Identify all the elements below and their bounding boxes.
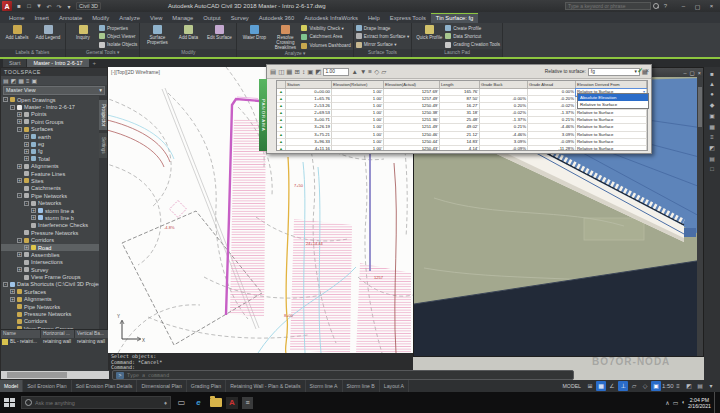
panorama-side-tab[interactable]: PANORAMA	[259, 79, 267, 151]
layout-tab[interactable]: Soil Erosion Plan Details	[72, 380, 138, 392]
taskbar-search-input[interactable]	[35, 400, 161, 406]
elevation-derived-from-cell[interactable]: Relative to Surface	[576, 110, 647, 117]
tree-item[interactable]: + Alignments	[1, 163, 99, 170]
tree-expander[interactable]: +	[17, 119, 22, 124]
ribbon-button[interactable]: Add Legend	[33, 24, 63, 49]
tree-item[interactable]: Catchments	[1, 185, 99, 192]
tree-expander[interactable]: +	[17, 267, 22, 272]
tree-item[interactable]: - Master - Intro 2-6-17	[1, 103, 99, 110]
ribbon-tab[interactable]: Survey	[226, 14, 254, 23]
tree-item[interactable]: + Surfaces	[1, 288, 99, 295]
ribbon-tab[interactable]: Express Tools	[385, 14, 431, 23]
workspace-selector[interactable]: Civil 3D	[76, 2, 101, 10]
ribbon-button[interactable]: Water Drop	[239, 24, 269, 50]
table-column-header[interactable]: Length	[440, 81, 480, 89]
elevation-derived-from-cell[interactable]: Relative to Surface	[576, 139, 647, 146]
qat-icon[interactable]: ↶	[45, 3, 53, 10]
dock-toolbar-icon[interactable]: □	[710, 166, 714, 172]
taskbar-clock[interactable]: 2:04 PM 2/16/2021	[688, 397, 711, 409]
table-row[interactable]: ▲ 2+69.53 1.00' 1250.38' 31.18' -0.02% -…	[277, 110, 647, 117]
qat-icon[interactable]: ▼	[35, 3, 43, 9]
panorama-tool-icon[interactable]: ▣	[307, 68, 313, 76]
tree-expander[interactable]: -	[10, 105, 15, 110]
tree-expander[interactable]: -	[3, 97, 8, 102]
tree-item[interactable]: + storm line b	[1, 214, 99, 221]
tree-expander[interactable]	[17, 171, 22, 176]
task-view-icon[interactable]: ▭	[175, 396, 188, 409]
qat-icon[interactable]: ▾	[65, 3, 73, 10]
status-toggle-icon[interactable]: ≡	[673, 381, 683, 391]
tree-item[interactable]: + fg	[1, 148, 99, 155]
table-row[interactable]: ▲ 3+75.21 1.00' 1250.46' 21.12' -4.46% 3…	[277, 132, 647, 139]
tree-item[interactable]: + Survey	[1, 266, 99, 273]
panorama-tool-icon[interactable]: ▲	[351, 68, 357, 76]
status-toggle-icon[interactable]: ▤	[695, 381, 705, 391]
tree-expander[interactable]: +	[10, 297, 15, 302]
status-toggle-icon[interactable]: ⊥	[618, 381, 628, 391]
status-toggle-icon[interactable]: ∠	[607, 381, 617, 391]
ribbon-button[interactable]: Surface Properties	[142, 24, 172, 49]
dropdown-option[interactable]: Absolute Elevation	[578, 94, 648, 101]
ribbon-button[interactable]: Catchment Area	[301, 33, 350, 41]
tree-item[interactable]: - Data Shortcuts (C:\Civil 3D Project...	[1, 281, 99, 288]
tree-expander[interactable]: +	[24, 142, 29, 147]
tree-expander[interactable]: +	[24, 156, 29, 161]
panorama-tool-icon[interactable]: ▤	[270, 68, 276, 76]
elevation-derived-from-cell[interactable]: Relative to Surface	[576, 146, 647, 151]
ribbon-tab[interactable]: Tin Surface: fg	[431, 13, 478, 23]
table-row[interactable]: ▲ 3+96.33 1.00' 1250.44' 14.83' 3.09% -0…	[277, 139, 647, 146]
dock-toolbar-icon[interactable]: ▲	[709, 81, 715, 87]
ribbon-button[interactable]: Edit Surface	[204, 24, 234, 49]
status-toggle-icon[interactable]: ▱	[629, 381, 639, 391]
ribbon-button[interactable]: Visibility Check ▾	[301, 24, 350, 32]
new-drawing-tab-button[interactable]: +	[90, 59, 100, 67]
tree-expander[interactable]: -	[17, 238, 22, 243]
dock-toolbar-icon[interactable]: ▤	[709, 155, 715, 162]
ribbon-button[interactable]: Mirror Surface ▾	[356, 41, 409, 49]
ribbon-tab[interactable]: Autodesk InfraWorks	[299, 14, 363, 23]
status-toggle-icon[interactable]: 1:50	[662, 381, 672, 391]
file-tab[interactable]: Start	[3, 59, 26, 67]
elevation-derived-from-cell[interactable]: Relative to Surface	[576, 132, 647, 139]
tree-expander[interactable]: +	[17, 112, 22, 117]
ribbon-button[interactable]: Grading Creation Tools	[445, 41, 500, 49]
cortana-search[interactable]: ♦	[21, 396, 171, 409]
layout-tab[interactable]: Retaining Wall - Plan & Details	[226, 380, 305, 392]
tray-icon[interactable]: ▭	[673, 399, 679, 406]
status-toggle-icon[interactable]: ◩	[684, 381, 694, 391]
tree-expander[interactable]	[24, 223, 29, 228]
tree-expander[interactable]	[17, 186, 22, 191]
layout-tab[interactable]: Soil Erosion Plan	[23, 380, 72, 392]
dock-toolbar-icon[interactable]: ◩	[709, 144, 715, 151]
ribbon-button[interactable]: Extract from Surface ▾	[356, 32, 409, 40]
dock-toolbar-icon[interactable]: ■	[710, 71, 714, 77]
tree-item[interactable]: - Pipe Networks	[1, 192, 99, 199]
calculator-icon[interactable]: ≡	[242, 397, 253, 409]
ribbon-button[interactable]: Quick Profile	[414, 24, 444, 49]
tree-expander[interactable]: +	[31, 215, 36, 220]
scrollbar-thumb[interactable]	[7, 372, 67, 378]
toolspace-view-selector[interactable]: Master View ▾	[3, 86, 105, 95]
tree-item[interactable]: Pressure Networks	[1, 229, 99, 236]
tree-expander[interactable]: +	[24, 134, 29, 139]
ribbon-tab[interactable]: Analyze	[114, 14, 145, 23]
tree-expander[interactable]: +	[17, 178, 22, 183]
elevation-derived-from-cell[interactable]: Relative to Surface	[576, 124, 647, 131]
elevation-derived-from-cell[interactable]: Relative to Surface	[576, 117, 647, 124]
edge-browser-icon[interactable]: e	[192, 396, 205, 409]
layout-tab[interactable]: Model	[0, 380, 23, 392]
list-column-header[interactable]: Vertical Ba...	[75, 330, 109, 338]
ribbon-button[interactable]: Create Profile	[445, 24, 500, 32]
ribbon-tab[interactable]: Help	[363, 14, 385, 23]
ribbon-tab[interactable]: Output	[198, 14, 225, 23]
layout-tab[interactable]: Layout A	[380, 380, 409, 392]
search-icon[interactable]	[653, 3, 659, 9]
tree-expander[interactable]: -	[17, 193, 22, 198]
ribbon-tab[interactable]: Modify	[87, 14, 114, 23]
status-toggle-icon[interactable]: ▣	[651, 381, 661, 391]
ribbon-button[interactable]: Properties	[99, 24, 137, 32]
tray-icon[interactable]: ∧	[665, 399, 669, 406]
ribbon-tab[interactable]: Annotate	[54, 14, 87, 23]
keyword-search-input[interactable]	[565, 2, 651, 10]
list-item[interactable]: BL - retaini... retaining wall retaining…	[1, 338, 109, 346]
